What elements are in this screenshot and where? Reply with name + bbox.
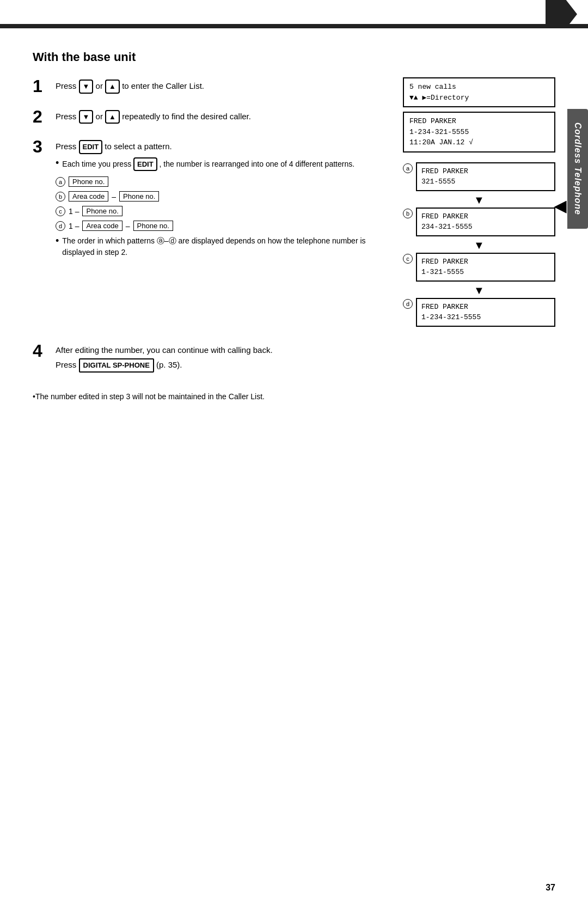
step-2-after: repeatedly to find the desired caller. (122, 112, 251, 121)
step-3-content: Press EDIT to select a pattern. • Each t… (56, 138, 387, 263)
step-3-main: Press (56, 142, 76, 151)
down-arrow-a: ▼ (403, 193, 555, 206)
phone-no-box-d: Phone no. (133, 221, 173, 231)
step-3-number: 3 (33, 138, 48, 155)
section-title: With the base unit (33, 50, 555, 64)
right-lcd-d: FRED PARKER 1-234-321-5555 (416, 298, 555, 327)
step-2-or: or (96, 112, 106, 121)
right-label-c: c (403, 254, 413, 264)
right-entry-c: c FRED PARKER 1-321-5555 (403, 253, 555, 282)
pattern-a: a Phone no. (56, 176, 387, 187)
step-2-content: Press ▼ or ▲ repeatedly to find the desi… (56, 108, 387, 126)
step-4-after: (p. 35). (156, 360, 182, 369)
right-label-b: b (403, 209, 413, 218)
right-lcd-a-l1: FRED PARKER (421, 166, 550, 177)
step-1-after: to enter the Caller List. (122, 81, 204, 90)
lcd2-line1: FRED PARKER (409, 116, 549, 127)
right-lcd-a-l2: 321-5555 (421, 176, 550, 187)
area-code-box-b: Area code (69, 191, 108, 202)
step-4: 4 After editing the number, you can cont… (33, 342, 555, 375)
key-up-1: ▲ (105, 80, 120, 94)
pattern-a-label: a (56, 177, 65, 187)
page-number: 37 (546, 883, 555, 893)
step-4-line2: Press (56, 360, 76, 369)
right-lcd-b-l2: 234-321-5555 (421, 222, 550, 233)
lcd2-line3: 11:20A JAN.12 √ (409, 137, 549, 148)
right-label-a: a (403, 163, 413, 173)
right-entry-b: b FRED PARKER 234-321-5555 (403, 208, 555, 236)
step-1-number: 1 (33, 77, 48, 95)
key-down-1: ▼ (79, 80, 94, 94)
right-lcd-d-l2: 1-234-321-5555 (421, 312, 550, 323)
sidebar-tab: Cordless Telephone (567, 109, 588, 229)
pattern-c: c 1 – Phone no. (56, 206, 387, 216)
one-dash-c: 1 – (69, 207, 79, 216)
pattern-d-label: d (56, 221, 65, 231)
step-3-bullet1: • Each time you press EDIT , the number … (56, 157, 387, 172)
step-1-content: Press ▼ or ▲ to enter the Caller List. (56, 77, 387, 96)
bullet-dot-2: • (56, 235, 59, 247)
phone-no-box-b: Phone no. (119, 191, 159, 202)
lcd-display-2: FRED PARKER 1-234-321-5555 11:20A JAN.12… (403, 112, 555, 152)
dash-d: – (126, 222, 130, 230)
step-1-text: Press (56, 81, 76, 90)
pattern-b: b Area code – Phone no. (56, 191, 387, 202)
pattern-list: a Phone no. b Area code – Phone no. (56, 176, 387, 231)
one-dash-d: 1 – (69, 222, 79, 230)
key-down-2: ▼ (79, 110, 94, 124)
dash-b: – (112, 192, 116, 201)
step-1-or-1: or (96, 81, 106, 90)
step-2-number: 2 (33, 108, 48, 125)
pattern-c-label: c (56, 206, 65, 216)
key-up-2: ▲ (105, 110, 120, 124)
right-lcd-a: FRED PARKER 321-5555 (416, 162, 555, 191)
right-lcd-c-l1: FRED PARKER (421, 257, 550, 267)
step-3-after: to select a pattern. (105, 142, 171, 151)
right-entry-d: d FRED PARKER 1-234-321-5555 (403, 298, 555, 327)
right-label-d: d (403, 299, 413, 309)
step-3-bullet2: • The order in which patterns ⓐ–ⓓ are di… (56, 235, 387, 258)
lcd1-line1: 5 new calls (409, 82, 549, 93)
sidebar-tab-label: Cordless Telephone (573, 123, 583, 215)
right-lcd-d-l1: FRED PARKER (421, 302, 550, 313)
lcd2-line2: 1-234-321-5555 (409, 127, 549, 138)
down-arrow-c: ▼ (403, 284, 555, 297)
right-lcd-c: FRED PARKER 1-321-5555 (416, 253, 555, 282)
lcd-display-1: 5 new calls ▼▲ ▶=Directory (403, 77, 555, 107)
pattern-d: d 1 – Area code – Phone no. (56, 221, 387, 231)
pattern-b-label: b (56, 192, 65, 202)
right-lcd-b-l1: FRED PARKER (421, 211, 550, 222)
phone-no-box-c: Phone no. (82, 206, 122, 216)
step-1: 1 Press ▼ or ▲ to enter the Caller List. (33, 77, 387, 96)
lcd1-line2: ▼▲ ▶=Directory (409, 93, 549, 103)
right-lcd-c-l2: 1-321-5555 (421, 267, 550, 278)
down-arrow-b: ▼ (403, 239, 555, 252)
step-3: 3 Press EDIT to select a pattern. • Each… (33, 138, 387, 263)
bottom-note: •The number edited in step 3 will not be… (33, 391, 555, 402)
bullet2-text: The order in which patterns ⓐ–ⓓ are disp… (62, 235, 387, 258)
right-entry-a: a FRED PARKER 321-5555 (403, 162, 555, 191)
digital-sp-phone-key: DIGITAL SP-PHONE (79, 358, 154, 373)
left-arrow-icon: ◀ (554, 197, 566, 215)
right-lcd-b: FRED PARKER 234-321-5555 (416, 208, 555, 236)
edit-key-main: EDIT (79, 140, 103, 154)
edit-key-bullet: EDIT (133, 157, 157, 172)
step-2: 2 Press ▼ or ▲ repeatedly to find the de… (33, 108, 387, 126)
bullet1-text: Each time you press EDIT , the number is… (62, 157, 354, 172)
phone-no-box-a: Phone no. (69, 176, 108, 187)
step-2-text: Press (56, 112, 76, 121)
right-column: 5 new calls ▼▲ ▶=Directory FRED PARKER 1… (403, 77, 555, 329)
step-4-number: 4 (33, 342, 48, 375)
area-code-box-d: Area code (82, 221, 122, 231)
step-4-line1: After editing the number, you can contin… (56, 345, 273, 355)
bullet-dot-1: • (56, 157, 59, 169)
step-4-content: After editing the number, you can contin… (56, 342, 555, 375)
